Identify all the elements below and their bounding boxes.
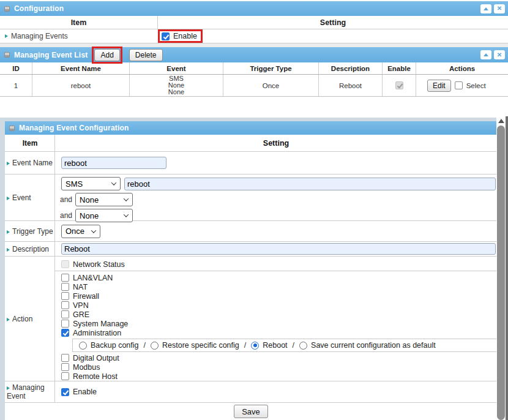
- trigger-type-select[interactable]: Once: [61, 225, 100, 238]
- event-name-label: Event Name: [7, 159, 53, 167]
- managing-event-enable-checkbox[interactable]: [61, 388, 69, 396]
- header-actions: Actions: [416, 62, 508, 74]
- managing-event-row: Managing Event Enable: [5, 381, 497, 403]
- description-row: Description: [5, 242, 497, 257]
- delete-button[interactable]: Delete: [129, 49, 163, 61]
- event-and-select-1[interactable]: None: [75, 193, 133, 206]
- collapse-arrow-icon: [484, 53, 488, 56]
- cell-event-name: reboot: [32, 75, 130, 96]
- cell-description: Reboot: [319, 75, 383, 96]
- add-button[interactable]: Add: [94, 49, 119, 61]
- restore-specific-config-radio[interactable]: [151, 342, 159, 350]
- backup-config-radio[interactable]: [79, 342, 87, 350]
- close-icon[interactable]: ✕: [494, 50, 505, 59]
- select-checkbox[interactable]: [455, 81, 463, 89]
- event-value-input[interactable]: [124, 178, 496, 190]
- managing-events-row: Managing Events Enable: [0, 29, 508, 43]
- event-list-header-bar: Managing Event List Add Delete ✕: [0, 47, 508, 62]
- event-list-title: Managing Event List: [14, 51, 88, 59]
- vpn-checkbox[interactable]: [61, 301, 69, 309]
- chevron-down-icon: [111, 180, 116, 185]
- event-name-row: Event Name: [5, 152, 497, 174]
- administration-checkbox[interactable]: [61, 329, 69, 337]
- event-config-title: Managing Event Configuration: [19, 124, 129, 132]
- and-label: and: [60, 195, 72, 204]
- collapse-arrow-icon: [484, 7, 488, 10]
- arrow-bullet-icon: [7, 230, 10, 234]
- panel-configuration: Configuration ✕ Item Setting Managing Ev…: [0, 1, 508, 43]
- managing-events-enable-checkbox[interactable]: [162, 32, 170, 40]
- firewall-checkbox[interactable]: [61, 292, 69, 300]
- configuration-header-bar: Configuration ✕: [0, 1, 508, 16]
- cell-id: 1: [0, 75, 32, 96]
- header-event: Event: [130, 62, 223, 74]
- description-label: Description: [7, 245, 49, 253]
- reboot-radio[interactable]: [251, 342, 259, 350]
- section-divider: [55, 271, 497, 271]
- cell-actions: Edit Select: [416, 75, 508, 96]
- system-manage-checkbox[interactable]: [61, 320, 69, 328]
- managing-event-label: Managing Event: [7, 383, 53, 400]
- chevron-down-icon: [124, 196, 129, 201]
- panel-square-icon: [4, 52, 10, 58]
- administration-options-group: Backup config / Restore specific config …: [72, 339, 497, 352]
- panel-managing-event-configuration: Managing Event Configuration Item Settin…: [0, 118, 497, 420]
- highlight-box-add: Add: [92, 47, 122, 64]
- column-setting: Setting: [158, 16, 508, 29]
- trigger-type-row: Trigger Type Once: [5, 221, 497, 242]
- header-description: Description: [319, 62, 383, 74]
- arrow-bullet-icon: [7, 162, 10, 165]
- column-item: Item: [0, 16, 158, 29]
- header-id: ID: [0, 62, 32, 74]
- event-list-table-header: ID Event Name Event Trigger Type Descrip…: [0, 62, 508, 75]
- event-row: Event SMS and None: [5, 174, 497, 221]
- column-setting: Setting: [55, 135, 497, 151]
- panel-square-icon: [4, 6, 10, 12]
- row-enable-checkbox: [395, 81, 403, 89]
- configuration-table-header: Item Setting: [0, 16, 508, 29]
- table-row: 1 reboot SMS None None Once Reboot Edit …: [0, 75, 508, 97]
- save-current-config-radio[interactable]: [299, 342, 307, 350]
- window-buttons: ✕: [480, 4, 505, 13]
- cell-enable: [383, 75, 416, 96]
- and-label: and: [60, 211, 72, 220]
- edit-button[interactable]: Edit: [427, 80, 451, 92]
- event-config-header-bar: Managing Event Configuration: [5, 121, 497, 135]
- vertical-scrollbar: [496, 117, 506, 420]
- event-type-select[interactable]: SMS: [61, 177, 121, 190]
- save-row: Save: [5, 403, 497, 420]
- chevron-down-icon: [124, 212, 129, 217]
- collapse-button[interactable]: [480, 50, 491, 59]
- scrollbar-thumb[interactable]: [497, 126, 505, 420]
- save-button[interactable]: Save: [234, 405, 268, 418]
- window-buttons: ✕: [480, 50, 505, 59]
- arrow-bullet-icon: [7, 386, 10, 390]
- network-status-label: Network Status: [73, 260, 125, 269]
- collapse-button[interactable]: [480, 4, 491, 13]
- event-name-input[interactable]: [61, 157, 166, 169]
- header-enable: Enable: [383, 62, 416, 74]
- managing-events-label: Managing Events: [0, 29, 158, 43]
- scroll-up-icon: [498, 119, 504, 123]
- gre-checkbox[interactable]: [61, 310, 69, 318]
- enable-label: Enable: [73, 388, 97, 396]
- chevron-down-icon: [91, 228, 96, 233]
- trigger-type-label: Trigger Type: [7, 227, 53, 236]
- highlight-box-enable: Enable: [158, 29, 203, 43]
- description-input[interactable]: [61, 243, 496, 255]
- action-row: Action Network Status LAN&VLAN NAT Firew…: [5, 257, 497, 381]
- nat-checkbox[interactable]: [61, 283, 69, 291]
- close-icon[interactable]: ✕: [494, 4, 505, 13]
- config-table-header: Item Setting: [5, 135, 497, 152]
- modbus-checkbox[interactable]: [61, 363, 69, 371]
- scrollbar-up-button[interactable]: [496, 117, 506, 125]
- enable-label: Enable: [173, 32, 197, 40]
- event-label: Event: [7, 193, 31, 202]
- action-label: Action: [7, 315, 32, 323]
- event-and-select-2[interactable]: None: [75, 209, 133, 222]
- remote-host-checkbox[interactable]: [61, 372, 69, 380]
- digital-output-checkbox[interactable]: [61, 354, 69, 362]
- arrow-bullet-icon: [7, 248, 10, 252]
- lan-vlan-checkbox[interactable]: [61, 274, 69, 282]
- column-item: Item: [5, 135, 55, 151]
